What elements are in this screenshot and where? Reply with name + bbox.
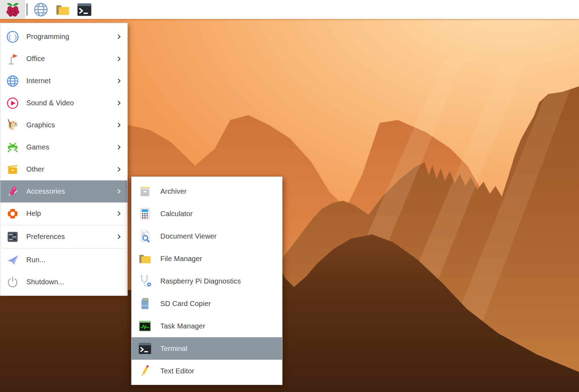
palette-icon [6,119,19,132]
web-browser-button[interactable] [30,0,52,19]
menu-item-label: Document Viewer [160,232,277,240]
menu-item-internet[interactable]: Internet [0,70,127,92]
menu-item-calculator[interactable]: Calculator [132,202,282,225]
terminal-button[interactable] [73,0,95,19]
menu-item-sound-video[interactable]: Sound & Video [0,92,127,114]
calculator-icon [138,207,152,221]
taskbar [0,0,579,19]
menu-item-label: Calculator [160,210,277,218]
taskbar-separator [27,4,27,15]
folder-icon [138,252,152,266]
chevron-right-icon [116,55,122,62]
lifebuoy-icon [6,207,19,220]
menu-item-label: Programming [26,33,116,41]
chevron-right-icon [116,33,122,40]
menu-item-label: Raspberry Pi Diagnostics [160,277,277,285]
menu-item-label: Sound & Video [26,99,116,107]
file-manager-button[interactable] [52,0,73,19]
yellow-box-icon [6,163,19,176]
menu-item-label: Help [26,210,116,218]
menu-item-preferences[interactable]: Preferences [0,226,127,248]
chevron-right-icon [116,144,122,151]
swiss-army-knife-icon [6,185,19,198]
raspberry-icon [5,2,21,18]
terminal-icon [138,341,152,356]
terminal-icon [76,2,92,18]
menu-item-label: Games [26,143,116,151]
power-icon [6,275,19,289]
menu-item-shutdown[interactable]: Shutdown... [0,271,127,293]
menu-item-sd-card-copier[interactable]: SD Card Copier [132,292,282,315]
chevron-right-icon [116,122,122,128]
menu-item-label: Other [26,165,116,173]
menu-item-label: Shutdown... [26,278,122,286]
sd-card-icon [138,297,152,311]
play-circle-icon [6,97,19,110]
desk-lamp-icon [6,52,19,66]
menu-item-run[interactable]: Run... [0,249,127,271]
chevron-right-icon [116,166,122,173]
chevron-right-icon [116,100,122,106]
applications-menu-panel: { }ProgrammingOfficeInternetSound & Vide… [0,23,128,296]
menu-item-games[interactable]: Games [0,136,127,158]
accessories-submenu-panel: ArchiverCalculatorDocument ViewerFile Ma… [131,177,282,385]
menu-item-archiver[interactable]: Archiver [132,180,282,202]
menu-item-help[interactable]: Help [0,202,127,225]
space-invader-icon [6,141,19,154]
menu-item-label: Graphics [26,121,116,129]
menu-item-label: Archiver [160,187,277,195]
menu-item-label: Office [26,55,116,63]
menu-item-label: Run... [26,256,122,264]
internet-globe-icon [6,74,19,88]
chevron-right-icon [116,233,122,240]
menu-item-label: Accessories [26,187,116,195]
chevron-right-icon [116,78,122,84]
menu-item-label: Text Editor [160,367,277,375]
menu-item-label: SD Card Copier [160,300,277,308]
folder-icon [55,2,71,18]
menu-item-graphics[interactable]: Graphics [0,114,127,136]
desktop: { }ProgrammingOfficeInternetSound & Vide… [0,0,579,392]
chevron-right-icon [116,210,122,217]
archive-box-icon [138,184,152,198]
menu-item-other[interactable]: Other [0,158,127,180]
menu-item-programming[interactable]: { }Programming [0,26,127,48]
document-search-icon [138,229,152,243]
menu-separator [1,248,126,248]
menu-item-terminal[interactable]: Terminal [132,337,282,360]
menu-item-label: Internet [26,77,116,85]
chevron-right-icon [116,188,122,195]
menu-item-label: Preferences [26,233,116,241]
menu-item-task-manager[interactable]: Task Manager [132,315,282,337]
applications-menu-button[interactable] [0,0,25,19]
menu-item-accessories[interactable]: Accessories [0,180,127,202]
menu-item-label: Task Manager [160,322,277,330]
menu-separator [1,225,126,225]
menu-item-label: File Manager [160,255,277,263]
menu-item-office[interactable]: Office [0,48,127,70]
menu-item-file-manager[interactable]: File Manager [132,247,282,270]
paper-plane-icon [6,253,19,267]
task-monitor-icon [138,319,152,333]
menu-item-text-editor[interactable]: Text Editor [132,360,282,382]
menu-item-document-viewer[interactable]: Document Viewer [132,225,282,247]
menu-item-label: Terminal [160,345,277,353]
braces-circle-icon: { } [6,30,19,44]
globe-icon [33,2,49,18]
menu-item-raspberry-pi-diagnostics[interactable]: Raspberry Pi Diagnostics [132,270,282,292]
pencil-icon [138,364,152,378]
sliders-icon [6,230,19,244]
stethoscope-icon [138,274,152,288]
svg-text:{ }: { } [8,34,17,40]
